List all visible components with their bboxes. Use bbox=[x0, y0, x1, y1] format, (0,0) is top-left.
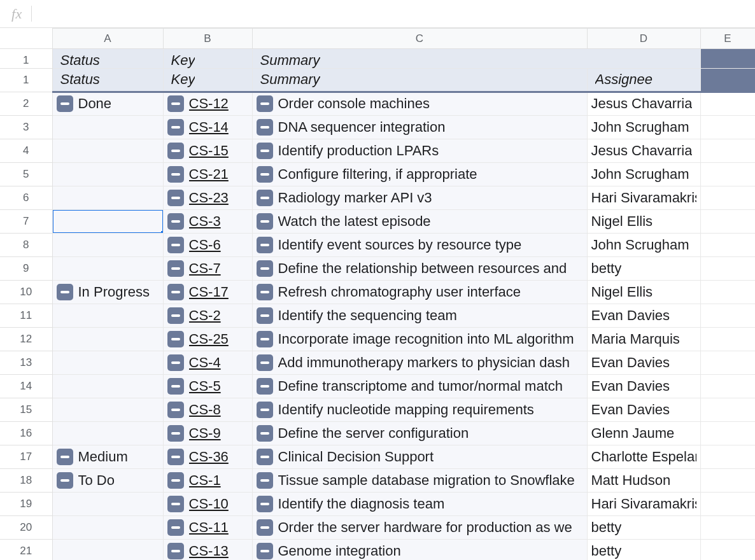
cell-empty[interactable] bbox=[700, 233, 755, 256]
cell-summary[interactable]: Identify the diagnosis team bbox=[252, 492, 587, 515]
row-number[interactable]: 16 bbox=[0, 421, 52, 445]
cell-assignee[interactable]: Hari Sivaramakrishnan bbox=[587, 186, 700, 209]
cell-summary[interactable]: Radiology marker API v3 bbox=[252, 186, 587, 209]
smart-chip-icon[interactable] bbox=[257, 519, 273, 536]
cell-assignee[interactable]: Maria Marquis bbox=[587, 327, 700, 351]
key-link[interactable]: CS-5 bbox=[189, 378, 221, 395]
cell-key[interactable]: CS-13 bbox=[163, 539, 252, 560]
cell-key[interactable]: CS-23 bbox=[163, 186, 252, 209]
smart-chip-icon[interactable] bbox=[167, 354, 184, 371]
smart-chip-icon[interactable] bbox=[167, 472, 184, 489]
cell-summary[interactable]: Genome integration bbox=[252, 539, 587, 560]
cell-status[interactable] bbox=[52, 421, 163, 445]
cell-summary[interactable]: Define transcriptome and tumor/normal ma… bbox=[252, 374, 587, 398]
cell-empty[interactable] bbox=[700, 445, 755, 468]
smart-chip-icon[interactable] bbox=[57, 472, 73, 489]
cell-empty[interactable] bbox=[700, 539, 755, 560]
smart-chip-icon[interactable] bbox=[257, 496, 273, 512]
smart-chip-icon[interactable] bbox=[167, 143, 184, 159]
key-link[interactable]: CS-14 bbox=[189, 119, 229, 136]
cell-key[interactable]: CS-25 bbox=[163, 327, 252, 351]
key-link[interactable]: CS-11 bbox=[189, 519, 229, 536]
cell-assignee[interactable]: Matt Hudson bbox=[587, 468, 700, 492]
cell-status[interactable]: In Progress bbox=[52, 280, 163, 304]
row-number[interactable]: 15 bbox=[0, 398, 52, 421]
key-link[interactable]: CS-10 bbox=[189, 496, 229, 512]
cell-empty[interactable] bbox=[700, 209, 755, 233]
smart-chip-icon[interactable] bbox=[257, 543, 273, 559]
formula-input[interactable] bbox=[41, 6, 749, 22]
cell-key[interactable]: CS-36 bbox=[163, 445, 252, 468]
cell-status[interactable] bbox=[52, 233, 163, 256]
cell-status[interactable] bbox=[52, 304, 163, 327]
smart-chip-icon[interactable] bbox=[57, 284, 73, 300]
smart-chip-icon[interactable] bbox=[57, 449, 73, 465]
smart-chip-icon[interactable] bbox=[257, 449, 273, 465]
row-number[interactable]: 21 bbox=[0, 539, 52, 560]
cell-assignee-header[interactable]: Assignee bbox=[700, 49, 755, 73]
cell-key[interactable]: CS-9 bbox=[163, 421, 252, 445]
cell-summary[interactable]: Add immunotherapy markers to physician d… bbox=[252, 351, 587, 374]
key-link[interactable]: CS-8 bbox=[189, 402, 221, 418]
cell-summary[interactable]: Incorporate image recognition into ML al… bbox=[252, 327, 587, 351]
cell-assignee[interactable]: Nigel Ellis bbox=[587, 280, 700, 304]
cell-status[interactable] bbox=[52, 351, 163, 374]
cell-key[interactable]: CS-2 bbox=[163, 304, 252, 327]
cell-assignee[interactable]: Evan Davies bbox=[587, 374, 700, 398]
cell-status[interactable] bbox=[52, 515, 163, 539]
cell-summary[interactable]: Identify nucleotide mapping requirements bbox=[252, 398, 587, 421]
cell-status[interactable] bbox=[52, 492, 163, 515]
cell-assignee-header[interactable]: Assignee bbox=[587, 68, 700, 92]
smart-chip-icon[interactable] bbox=[167, 166, 184, 183]
grid[interactable]: A B C D E 1 Status Key Summary Assignee bbox=[0, 28, 755, 560]
row-number[interactable]: 9 bbox=[0, 256, 52, 280]
cell-assignee[interactable]: Jesus Chavarria bbox=[587, 139, 700, 162]
cell-empty[interactable] bbox=[700, 304, 755, 327]
smart-chip-icon[interactable] bbox=[257, 425, 273, 442]
key-link[interactable]: CS-6 bbox=[189, 237, 221, 253]
cell-summary[interactable]: Watch the latest episode bbox=[252, 209, 587, 233]
cell-empty[interactable] bbox=[700, 280, 755, 304]
cell-empty[interactable] bbox=[700, 492, 755, 515]
key-link[interactable]: CS-1 bbox=[189, 472, 221, 489]
smart-chip-icon[interactable] bbox=[167, 402, 184, 418]
smart-chip-icon[interactable] bbox=[257, 402, 273, 418]
smart-chip-icon[interactable] bbox=[257, 237, 273, 253]
key-link[interactable]: CS-9 bbox=[189, 425, 221, 442]
cell-e-header[interactable] bbox=[700, 68, 755, 92]
cell-key[interactable]: CS-11 bbox=[163, 515, 252, 539]
cell-summary[interactable]: DNA sequencer integration bbox=[252, 115, 587, 139]
cell-empty[interactable] bbox=[700, 374, 755, 398]
row-number[interactable]: 13 bbox=[0, 351, 52, 374]
cell-assignee[interactable]: Nigel Ellis bbox=[587, 209, 700, 233]
row-number[interactable]: 7 bbox=[0, 209, 52, 233]
key-link[interactable]: CS-21 bbox=[189, 166, 229, 183]
cell-empty[interactable] bbox=[700, 515, 755, 539]
cell-empty[interactable] bbox=[700, 421, 755, 445]
smart-chip-icon[interactable] bbox=[257, 260, 273, 277]
col-header-d[interactable]: D bbox=[587, 29, 700, 49]
key-link[interactable]: CS-23 bbox=[189, 190, 229, 206]
smart-chip-icon[interactable] bbox=[257, 284, 273, 300]
smart-chip-icon[interactable] bbox=[257, 95, 273, 112]
cell-key-header[interactable]: Key bbox=[163, 68, 252, 92]
cell-empty[interactable] bbox=[700, 186, 755, 209]
cell-summary[interactable]: Order console machines bbox=[252, 92, 587, 115]
cell-assignee[interactable]: Glenn Jaume bbox=[587, 421, 700, 445]
key-link[interactable]: CS-13 bbox=[189, 543, 229, 559]
col-header-b[interactable]: B bbox=[163, 29, 252, 49]
cell-status[interactable] bbox=[52, 374, 163, 398]
cell-empty[interactable] bbox=[700, 398, 755, 421]
cell-key[interactable]: CS-10 bbox=[163, 492, 252, 515]
cell-assignee[interactable]: John Scrugham bbox=[587, 115, 700, 139]
smart-chip-icon[interactable] bbox=[167, 543, 184, 559]
cell-empty[interactable] bbox=[700, 327, 755, 351]
cell-assignee[interactable]: Evan Davies bbox=[587, 351, 700, 374]
select-all-corner[interactable] bbox=[0, 29, 52, 49]
key-link[interactable]: CS-3 bbox=[189, 213, 221, 230]
row-number[interactable]: 6 bbox=[0, 186, 52, 209]
selection-handle[interactable] bbox=[160, 230, 164, 234]
smart-chip-icon[interactable] bbox=[257, 213, 273, 230]
cell-status[interactable] bbox=[52, 115, 163, 139]
cell-status[interactable] bbox=[52, 209, 163, 233]
